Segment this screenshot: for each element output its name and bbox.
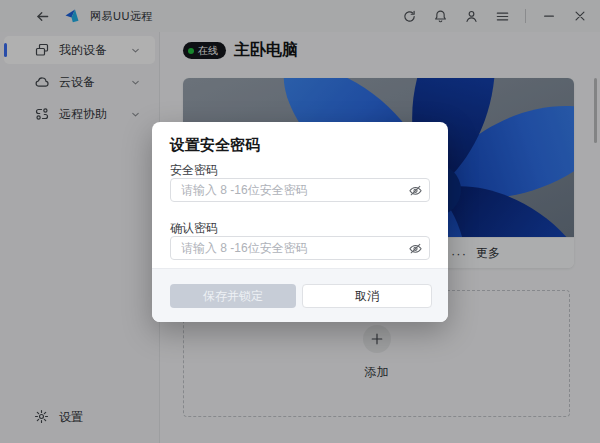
eye-off-icon	[408, 241, 423, 256]
confirm-password-input[interactable]	[170, 236, 430, 260]
password-input[interactable]	[170, 178, 430, 202]
app-window: 网易UU远程	[0, 0, 600, 443]
set-password-dialog: 设置安全密码 安全密码 确认密码	[152, 122, 448, 322]
eye-off-icon	[408, 183, 423, 198]
password-label: 安全密码	[170, 162, 218, 179]
toggle-password-visibility-button[interactable]	[407, 182, 423, 198]
toggle-confirm-visibility-button[interactable]	[407, 240, 423, 256]
save-and-lock-button[interactable]: 保存并锁定	[170, 284, 296, 308]
dialog-title: 设置安全密码	[170, 136, 260, 155]
cancel-button[interactable]: 取消	[302, 284, 432, 308]
dialog-footer: 保存并锁定 取消	[152, 268, 448, 322]
confirm-password-label: 确认密码	[170, 220, 218, 237]
